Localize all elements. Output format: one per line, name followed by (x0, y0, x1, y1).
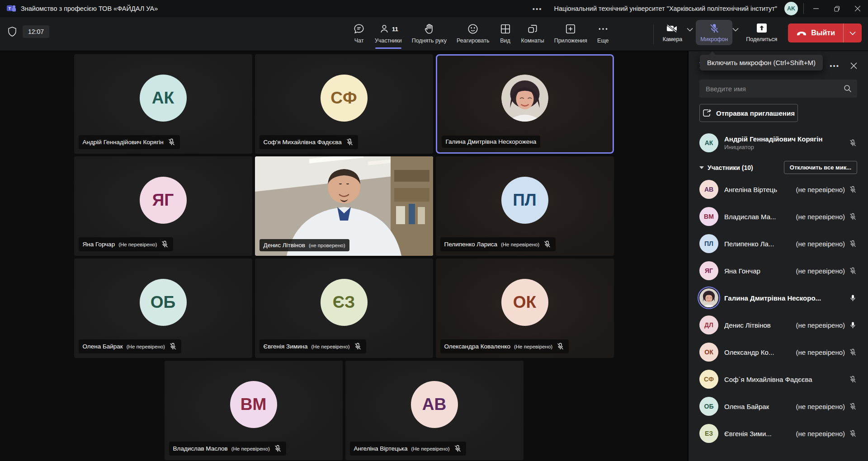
tile-participant-status: (не проверено) (309, 243, 345, 248)
participant-status: (не перевірено) (796, 240, 845, 248)
mic-off-icon[interactable] (849, 267, 857, 275)
tile-participant-name: Соф'я Михайлівна Фадєєва (264, 139, 342, 146)
participant-status: (не перевірено) (796, 267, 845, 275)
mic-off-icon[interactable] (849, 185, 857, 194)
mic-off-icon[interactable] (849, 240, 857, 248)
mic-off-icon[interactable] (849, 348, 857, 357)
participants-section-header[interactable]: Участники (10) Отключить все мик... (689, 156, 868, 176)
minimize-button[interactable] (806, 0, 826, 17)
video-tile[interactable]: ОБОлена Байрак(Не перевірено) (74, 259, 252, 358)
participant-row[interactable]: ДЛДенис Літвінов(не перевірено) (689, 311, 868, 339)
video-tile[interactable]: ЯГЯна Горчар(Не перевірено) (74, 156, 252, 256)
camera-chevron-icon[interactable] (687, 28, 693, 32)
participant-initials-avatar: ОБ (140, 279, 187, 326)
mic-on-icon[interactable] (849, 321, 857, 329)
mic-off-icon[interactable] (849, 402, 857, 411)
camera-button[interactable]: Камера (658, 20, 687, 45)
video-tile[interactable]: АКАндрій Геннадійович Корягін (74, 54, 252, 154)
leave-button[interactable]: Выйти (788, 24, 862, 42)
titlebar-separator (803, 3, 804, 14)
participant-initials-avatar: ЄЗ (321, 279, 368, 326)
participant-row[interactable]: ВМВладислав Ма...(не перевірено) (689, 203, 868, 230)
participant-row[interactable]: Галина Дмитрівна Нескоро... (689, 284, 868, 311)
participant-initials-avatar: ЯГ (699, 261, 718, 280)
react-label: Реагировать (457, 38, 490, 44)
mute-all-button[interactable]: Отключить все мик... (784, 161, 857, 174)
tile-participant-status: (Не перевірено) (311, 344, 350, 349)
microphone-chevron-icon[interactable] (732, 28, 739, 32)
more-button[interactable]: Еще (592, 21, 614, 46)
grid-row: ОБОлена Байрак(Не перевірено)ЄЗЄвгенія З… (74, 259, 614, 358)
mic-off-icon (354, 342, 362, 351)
participants-icon (378, 23, 390, 35)
participant-row[interactable]: ОБОлена Байрак(не перевірено) (689, 393, 868, 420)
microphone-off-icon (708, 23, 720, 34)
video-grid: АКАндрій Геннадійович КорягінСФСоф'я Мих… (0, 51, 688, 461)
grid-row: ВМВладислав Маслов(Не перевірено)АВАнгел… (165, 361, 524, 460)
video-tile[interactable]: Денис Літвінов(не проверено) (255, 156, 433, 256)
more-label: Еще (597, 38, 609, 44)
participant-row[interactable]: ЕЗЄвгенія Зими...(не перевірено) (689, 420, 868, 447)
video-tile[interactable]: АВАнгеліна Віртецька(Не перевірено) (345, 361, 524, 460)
participant-status: (не перевірено) (796, 186, 845, 193)
send-invite-button[interactable]: Отправка приглашения (699, 104, 798, 122)
titlebar-overflow-button[interactable]: ••• (533, 5, 542, 13)
video-tile[interactable]: Галина Дмитрівна Нескорожена (436, 54, 614, 154)
share-button[interactable]: Поделиться (741, 20, 782, 45)
rooms-button[interactable]: Комнаты (516, 21, 549, 46)
participant-initials-avatar: ЯГ (140, 177, 187, 224)
chat-button[interactable]: Чат (348, 21, 370, 46)
restore-button[interactable] (826, 0, 847, 17)
tile-participant-name: Денис Літвінов (264, 242, 306, 249)
panel-close-icon[interactable] (850, 62, 857, 69)
react-button[interactable]: Реагировать (452, 21, 495, 46)
panel-more-button[interactable]: ••• (830, 62, 840, 70)
tile-participant-status: (Не перевірено) (118, 242, 157, 247)
apps-button[interactable]: Приложения (549, 21, 592, 46)
video-tile[interactable]: ЄЗЄвгенія Зимина(Не перевірено) (255, 259, 433, 358)
participant-search[interactable] (699, 80, 857, 98)
participant-initials-avatar: ОК (501, 279, 548, 326)
participant-status: (не перевірено) (796, 321, 845, 329)
tile-participant-name: Пелипенко Лариса (444, 241, 497, 248)
raise-hand-button[interactable]: Поднять руку (407, 21, 452, 46)
participant-initials-avatar: АВ (699, 180, 718, 199)
apps-label: Приложения (554, 38, 587, 44)
camera-off-icon (665, 23, 679, 34)
grid-row: ЯГЯна Горчар(Не перевірено)Денис Літвіно… (74, 156, 614, 256)
participant-row[interactable]: АВАнгеліна Віртець(не перевірено) (689, 176, 868, 203)
participant-row[interactable]: ОКОлександр Ко...(не перевірено) (689, 339, 868, 366)
microphone-button[interactable]: Микрофон (696, 20, 732, 45)
collapse-triangle-icon[interactable] (699, 166, 704, 169)
mic-off-icon (274, 444, 282, 453)
organizer-row[interactable]: АК Андрій Геннадійович Корягін Инициатор (689, 129, 868, 156)
participant-initials-avatar: ЕЗ (699, 424, 718, 443)
share-screen-icon (755, 23, 769, 34)
mic-off-icon[interactable] (849, 212, 857, 221)
tile-name-label: Андрій Геннадійович Корягін (79, 135, 180, 149)
meeting-title: Знайомство з професією ТОВ «ФАЙДАЛ УА» (21, 5, 158, 12)
microphone-label: Микрофон (700, 36, 728, 42)
leave-chevron-icon[interactable] (844, 31, 862, 35)
tile-name-label: Пелипенко Лариса(Не перевірено) (440, 237, 556, 251)
participant-row[interactable]: ПЛПелипенко Ла...(не перевірено) (689, 230, 868, 257)
close-icon[interactable] (847, 0, 868, 17)
participant-row[interactable]: ЯГЯна Гончар(не перевірено) (689, 257, 868, 284)
participant-initials-avatar: СФ (699, 370, 718, 389)
mic-on-icon[interactable] (849, 294, 857, 302)
mic-off-icon (556, 342, 565, 351)
video-tile[interactable]: ПЛПелипенко Лариса(Не перевірено) (436, 156, 614, 256)
mic-off-icon[interactable] (849, 375, 857, 384)
svg-text:T: T (9, 6, 11, 11)
search-input[interactable] (705, 85, 844, 93)
video-tile[interactable]: ОКОлександра Коваленко(Не перевірено) (436, 259, 614, 358)
view-button[interactable]: Вид (495, 21, 516, 46)
participant-name: Олександр Ко... (724, 348, 774, 356)
participant-row[interactable]: СФСоф`я Михайлівна Фадєєва (689, 366, 868, 393)
account-avatar[interactable]: AK (784, 2, 798, 15)
video-tile[interactable]: ВМВладислав Маслов(Не перевірено) (165, 361, 343, 460)
video-tile[interactable]: СФСоф'я Михайлівна Фадєєва (255, 54, 433, 154)
participants-button[interactable]: 11 Участники (370, 21, 407, 46)
mic-off-icon[interactable] (849, 429, 857, 438)
tile-name-label: Яна Горчар(Не перевірено) (79, 237, 174, 251)
